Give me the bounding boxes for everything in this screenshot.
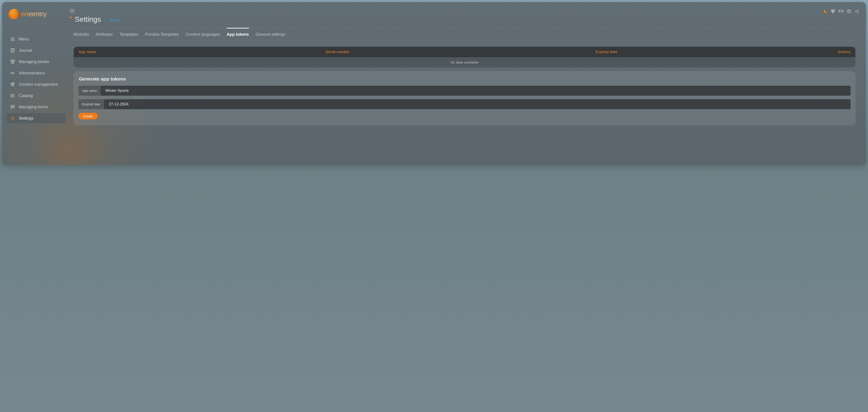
topbar-icons: EN <box>823 9 859 14</box>
sidebar-item-label: Settings <box>19 116 33 121</box>
back-link-label: Back <box>110 18 119 23</box>
tab-general-settings[interactable]: General settings <box>256 28 285 40</box>
sidebar-item-administrators[interactable]: Administrators <box>6 68 65 78</box>
sidebar: oneentry Menu Journal Managing blocks <box>2 2 70 165</box>
gear-icon <box>10 116 15 121</box>
expired-date-field: Expired date <box>79 99 850 109</box>
table-empty-message: No data available <box>74 57 855 67</box>
topbar: EN <box>70 9 859 14</box>
app-name-label: App name <box>79 86 101 96</box>
svg-point-12 <box>12 106 13 107</box>
svg-point-5 <box>11 83 12 84</box>
sidebar-item-label: Menu <box>19 37 29 41</box>
sidebar-item-managing-blocks[interactable]: Managing blocks <box>6 57 65 67</box>
main-content: EN Settings Back Modules Attributes Temp… <box>70 2 866 165</box>
blocks-icon <box>10 59 15 64</box>
menu-icon <box>10 37 15 41</box>
column-serial-number: Serial number <box>326 50 596 54</box>
tab-templates[interactable]: Templates <box>120 28 138 40</box>
sliders-icon <box>10 82 15 87</box>
svg-point-4 <box>11 72 13 74</box>
help-icon[interactable] <box>846 9 851 14</box>
page-header: Settings Back <box>70 15 859 24</box>
expired-date-label: Expired date <box>79 99 104 109</box>
sidebar-item-label: Managing blocks <box>19 59 49 64</box>
svg-point-6 <box>12 85 13 86</box>
sidebar-item-label: Managing forms <box>19 105 48 110</box>
app-window: oneentry Menu Journal Managing blocks <box>2 2 866 165</box>
sidebar-item-catalog[interactable]: Catalog <box>6 91 65 100</box>
column-actions: Actions <box>838 50 850 54</box>
sidebar-item-content-management[interactable]: Content management <box>6 79 65 89</box>
sidebar-item-journal[interactable]: Journal <box>6 46 65 55</box>
svg-rect-2 <box>13 60 14 61</box>
svg-point-14 <box>12 118 13 119</box>
svg-point-9 <box>11 95 11 96</box>
page-title: Settings <box>75 15 101 24</box>
sidebar-item-menu[interactable]: Menu <box>6 34 65 44</box>
diamond-icon[interactable] <box>831 9 835 14</box>
tab-modules[interactable]: Modules <box>73 28 89 40</box>
language-switch[interactable]: EN <box>838 9 844 13</box>
brand-logo-text: oneentry <box>21 10 46 18</box>
generate-token-panel: Generate app tokens App name Expired dat… <box>73 71 856 125</box>
logout-icon[interactable] <box>854 9 859 14</box>
svg-point-8 <box>11 94 11 94</box>
tab-preview-templates[interactable]: Preview Templates <box>145 28 179 40</box>
svg-point-13 <box>13 106 13 107</box>
svg-rect-1 <box>11 60 12 61</box>
tab-attributes[interactable]: Attributes <box>96 28 113 40</box>
expired-date-input[interactable] <box>104 99 850 109</box>
brand-logo[interactable]: oneentry <box>6 9 65 19</box>
column-app-name: App name <box>79 50 326 54</box>
key-icon <box>10 70 15 76</box>
sidebar-item-label: Administrators <box>19 71 45 76</box>
sidebar-toggle-button[interactable] <box>70 9 74 13</box>
sidebar-item-label: Catalog <box>19 93 33 98</box>
app-name-field: App name <box>79 86 850 96</box>
column-expired-date: Expired date <box>596 50 838 54</box>
journal-icon <box>10 48 15 53</box>
svg-rect-3 <box>11 62 13 63</box>
back-link[interactable]: Back <box>104 18 119 23</box>
tab-content-languages[interactable]: Content languages <box>186 28 220 40</box>
sidebar-item-settings[interactable]: Settings <box>6 113 65 123</box>
tokens-table: App name Serial number Expired date Acti… <box>73 47 856 68</box>
svg-point-16 <box>849 12 849 12</box>
tab-app-tokens[interactable]: App tokens <box>227 28 249 40</box>
brand-logo-icon <box>8 9 19 19</box>
settings-tabs: Modules Attributes Templates Preview Tem… <box>73 28 856 41</box>
svg-point-7 <box>13 83 14 84</box>
list-icon <box>10 93 15 98</box>
theme-toggle-icon[interactable] <box>823 9 828 14</box>
tokens-table-header: App name Serial number Expired date Acti… <box>74 47 855 57</box>
sidebar-item-label: Content management <box>19 82 58 87</box>
create-button[interactable]: Create <box>79 113 98 119</box>
page-indicator-dot <box>70 17 72 18</box>
sidebar-item-managing-forms[interactable]: Managing forms <box>6 102 65 112</box>
svg-point-10 <box>11 96 11 97</box>
sidebar-item-label: Journal <box>19 48 32 53</box>
panel-title: Generate app tokens <box>79 76 850 82</box>
chat-icon <box>10 105 15 110</box>
app-name-input[interactable] <box>101 86 850 96</box>
